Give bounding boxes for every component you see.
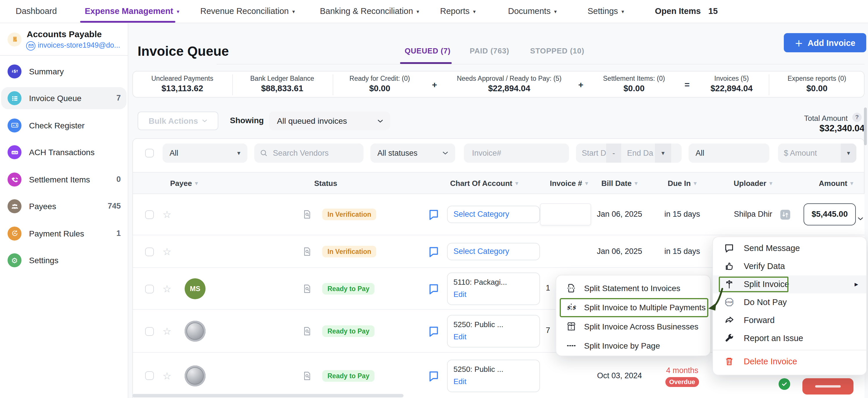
invoice-number-input[interactable] xyxy=(471,148,569,158)
star-icon[interactable]: ☆ xyxy=(162,370,172,381)
document-preview-icon[interactable] xyxy=(302,284,312,294)
comment-flag-icon[interactable] xyxy=(428,325,439,337)
row-checkbox[interactable] xyxy=(145,284,154,293)
menu-item-split-invoice[interactable]: Split Invoice▶ xyxy=(713,276,866,293)
column-header-label: Amount xyxy=(819,179,847,188)
nav-item-dashboard[interactable]: Dashboard xyxy=(16,0,57,23)
comment-flag-icon[interactable] xyxy=(428,283,439,294)
end-date-placeholder[interactable]: End Da xyxy=(627,149,655,158)
nav-item-reports[interactable]: Reports▾ xyxy=(440,0,476,23)
help-icon[interactable]: ? xyxy=(852,113,862,122)
row-checkbox[interactable] xyxy=(145,327,154,336)
stat-value: $0.00 xyxy=(736,84,868,93)
transfer-icon xyxy=(780,209,790,219)
nav-item-documents[interactable]: Documents▾ xyxy=(508,0,557,23)
invoice-number-filter[interactable] xyxy=(464,143,569,163)
invoice-number: 7 xyxy=(546,326,550,335)
comment-flag-icon[interactable] xyxy=(428,370,439,381)
star-icon[interactable]: ☆ xyxy=(162,283,172,294)
column-header-amount[interactable]: Amount▼ xyxy=(784,173,868,195)
menu-item-verify-data[interactable]: Verify Data xyxy=(713,257,866,276)
amount-filter-caret[interactable]: ▼ xyxy=(841,143,857,163)
menu-item-report-an-issue[interactable]: Report an Issue xyxy=(713,330,866,347)
payee-filter-select[interactable]: All ▼ xyxy=(162,143,247,163)
category-edit-link[interactable]: Edit xyxy=(454,332,466,341)
document-preview-icon[interactable] xyxy=(302,209,312,220)
amount-filter[interactable]: $ Amount ▼ xyxy=(778,143,857,163)
open-items-label: Open Items xyxy=(655,6,701,16)
document-preview-icon[interactable] xyxy=(302,246,312,257)
sidebar-item-payees[interactable]: Payees745 xyxy=(1,195,127,217)
comment-flag-icon[interactable] xyxy=(428,246,439,257)
category-name: 5250: Public ... xyxy=(454,320,503,329)
submenu-item-split-invoice-across-businesses[interactable]: Split Invoice Across Businesses xyxy=(556,317,710,336)
view-filter-dropdown[interactable]: All queued invoices xyxy=(269,112,390,130)
nav-item-expense-management[interactable]: Expense Management▾ xyxy=(85,0,179,23)
doc-split-icon xyxy=(565,282,577,294)
star-icon[interactable]: ☆ xyxy=(162,325,172,337)
submenu-item-label: Split Invoice to Multiple Payments xyxy=(584,298,706,317)
sort-caret-icon: ▼ xyxy=(850,181,854,186)
column-header-payee[interactable]: Payee▼ xyxy=(132,173,236,195)
document-preview-icon[interactable] xyxy=(302,326,312,336)
star-icon[interactable]: ☆ xyxy=(162,208,172,220)
submenu-item-split-statement-to-invoices[interactable]: Split Statement to Invoices xyxy=(556,279,710,298)
nav-item-revenue-reconciliation[interactable]: Revenue Reconciliation▾ xyxy=(200,0,295,23)
vertical-scrollbar[interactable] xyxy=(864,108,867,145)
active-nav-underline xyxy=(80,21,175,23)
category-edit-link[interactable]: Edit xyxy=(454,377,466,386)
tab-paid-763-[interactable]: PAID (763) xyxy=(470,47,509,55)
category-edit-link[interactable]: Edit xyxy=(454,290,466,298)
select-category-link[interactable]: Select Category xyxy=(454,206,509,223)
tabs-divider xyxy=(217,64,865,64)
date-range-caret[interactable]: ▼ xyxy=(655,143,671,163)
start-date-placeholder[interactable]: Start D xyxy=(582,149,606,158)
menu-item-send-message[interactable]: Send Message xyxy=(713,239,866,257)
bulk-actions-button[interactable]: Bulk Actions xyxy=(137,112,218,130)
sidebar-item-payment-rules[interactable]: Payment Rules1 xyxy=(1,222,127,244)
horizontal-scrollbar[interactable] xyxy=(132,394,404,397)
sort-caret-icon: ▼ xyxy=(693,181,697,186)
workspace-email[interactable]: invoices-store1949@do... xyxy=(38,41,124,49)
red-action-button[interactable] xyxy=(802,378,854,395)
star-icon[interactable]: ☆ xyxy=(162,246,172,257)
nav-item-settings[interactable]: Settings▾ xyxy=(588,0,624,23)
tab-queued-7-[interactable]: QUEUED (7) xyxy=(405,47,451,55)
submenu-item-split-invoice-by-page[interactable]: Split Invoice by Page xyxy=(556,336,710,356)
menu-item-forward[interactable]: Forward xyxy=(713,311,866,330)
sidebar-item-ach-transactions[interactable]: ACHACH Transactions xyxy=(1,141,127,163)
select-category-link[interactable]: Select Category xyxy=(454,244,509,260)
amount-placeholder[interactable]: $ Amount xyxy=(784,149,841,158)
comment-flag-icon[interactable] xyxy=(428,208,439,220)
date-range-filter[interactable]: Start D - End Da ▼ xyxy=(576,143,682,163)
vendor-search-input[interactable] xyxy=(272,148,364,158)
column-header-label: Payee xyxy=(170,179,192,188)
sidebar-item-settlement-items[interactable]: Settlement Items0 xyxy=(1,168,127,190)
category-name: 5250: Public ... xyxy=(454,365,503,373)
row-checkbox[interactable] xyxy=(145,371,154,380)
amount-button[interactable]: $5,445.00 xyxy=(804,203,856,225)
chevron-down-icon xyxy=(377,119,383,123)
menu-item-delete-invoice[interactable]: Delete Invoice xyxy=(713,353,866,372)
add-invoice-button[interactable]: + Add Invoice xyxy=(784,33,866,52)
occluded-label xyxy=(815,385,841,388)
open-items[interactable]: Open Items 15 xyxy=(655,0,718,23)
nav-item-label: Reports xyxy=(440,6,470,16)
sidebar-item-invoice-queue[interactable]: Invoice Queue7 xyxy=(1,87,127,109)
menu-item-do-not-pay[interactable]: STOPDo Not Pay xyxy=(713,293,866,311)
tab-stopped-10-[interactable]: STOPPED (10) xyxy=(530,47,584,55)
sidebar-item-summary[interactable]: $Summary xyxy=(1,60,127,82)
document-preview-icon[interactable] xyxy=(302,370,312,381)
type-filter-select[interactable]: All xyxy=(689,143,769,163)
row-checkbox[interactable] xyxy=(145,210,154,219)
vendor-search-box[interactable] xyxy=(254,143,364,163)
status-filter-select[interactable]: All statuses xyxy=(370,143,455,163)
settlement-icon xyxy=(7,172,22,186)
submenu-item-split-invoice-to-multiple-payments[interactable]: $$Split Invoice to Multiple Payments xyxy=(556,298,710,317)
column-header-status[interactable]: Status xyxy=(274,173,378,195)
sidebar-item-settings[interactable]: ⚙Settings xyxy=(1,249,127,271)
row-checkbox[interactable] xyxy=(145,247,154,256)
nav-item-banking-reconciliation[interactable]: Banking & Reconciliation▾ xyxy=(320,0,419,23)
select-all-checkbox[interactable] xyxy=(145,149,154,158)
sidebar-item-check-register[interactable]: $Check Register xyxy=(1,114,127,136)
